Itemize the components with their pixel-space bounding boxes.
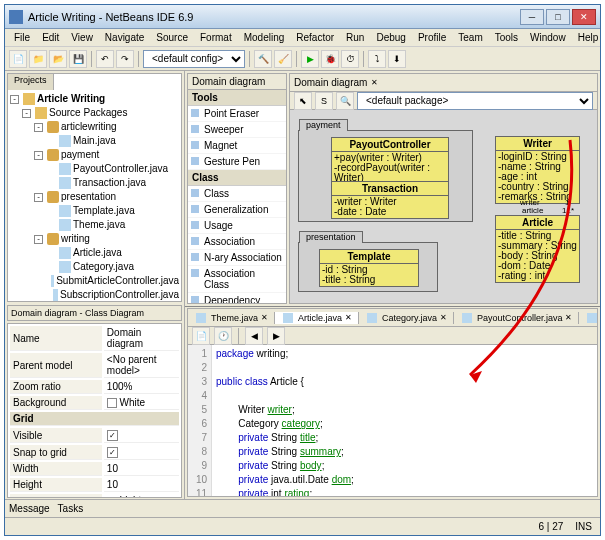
- profile-button[interactable]: ⏱: [341, 50, 359, 68]
- config-combo[interactable]: <default config>: [143, 50, 245, 68]
- palette-sweeper[interactable]: Sweeper: [188, 122, 286, 138]
- palette-dependency[interactable]: Dependency: [188, 293, 286, 304]
- tree-node-category-java[interactable]: Category.java: [10, 260, 179, 274]
- editor-tab-category-java[interactable]: Category.java ✕: [359, 312, 454, 324]
- palette-n-ary-association[interactable]: N-ary Association: [188, 250, 286, 266]
- editor-body[interactable]: 12345678910111213 package writing; publi…: [188, 345, 597, 496]
- editor-tab-theme-java[interactable]: Theme.java ✕: [188, 312, 275, 324]
- tree-node-subscriptioncontroller-java[interactable]: SubscriptionController.java: [10, 288, 179, 302]
- uml-class-payoutcontroller[interactable]: PayoutController +pay(writer : Writer)-r…: [331, 137, 449, 185]
- prop-row-name[interactable]: NameDomain diagram: [10, 326, 179, 351]
- tree-node-writing[interactable]: -writing: [10, 232, 179, 246]
- diagram-selector[interactable]: Domain diagram - Class Diagram: [7, 305, 182, 321]
- menu-window[interactable]: Window: [525, 31, 571, 44]
- tree-node-payment[interactable]: -payment: [10, 148, 179, 162]
- menu-run[interactable]: Run: [341, 31, 369, 44]
- menu-edit[interactable]: Edit: [37, 31, 64, 44]
- tab-close-icon[interactable]: ✕: [565, 313, 572, 322]
- prop-row-visible[interactable]: Visible✓: [10, 428, 179, 443]
- prop-row-width[interactable]: Width10: [10, 462, 179, 476]
- tasks-tab[interactable]: Tasks: [58, 503, 84, 514]
- package-selector[interactable]: <default package>: [357, 92, 593, 110]
- menu-team[interactable]: Team: [453, 31, 487, 44]
- new-file-button[interactable]: 📄: [9, 50, 27, 68]
- editor-tab-article-java[interactable]: Article.java ✕: [275, 312, 359, 324]
- menu-tools[interactable]: Tools: [490, 31, 523, 44]
- uml-class-writer[interactable]: Writer -loginID : String-name : String-a…: [495, 136, 580, 204]
- menu-debug[interactable]: Debug: [371, 31, 410, 44]
- palette-association-class[interactable]: Association Class: [188, 266, 286, 293]
- tab-close-icon[interactable]: ✕: [261, 313, 268, 322]
- uml-class-template[interactable]: Template -id : String-title : String: [319, 249, 419, 287]
- uml-package-presentation[interactable]: presentation Template -id : String-title…: [298, 242, 438, 292]
- diagram-zoom-button[interactable]: 🔍: [336, 92, 354, 110]
- palette-class[interactable]: Class: [188, 186, 286, 202]
- new-project-button[interactable]: 📁: [29, 50, 47, 68]
- tree-node-submitarticlecontroller-java[interactable]: SubmitArticleController.java: [10, 274, 179, 288]
- editor-source-button[interactable]: 📄: [192, 327, 210, 345]
- tree-node-payoutcontroller-java[interactable]: PayoutController.java: [10, 162, 179, 176]
- save-all-button[interactable]: 💾: [69, 50, 87, 68]
- diagram-canvas[interactable]: Domain diagram ✕ ⬉ S 🔍 <default package>…: [289, 73, 598, 304]
- palette-gesture-pen[interactable]: Gesture Pen: [188, 154, 286, 170]
- tab-close-icon[interactable]: ✕: [440, 313, 447, 322]
- palette-magnet[interactable]: Magnet: [188, 138, 286, 154]
- menu-source[interactable]: Source: [151, 31, 193, 44]
- build-button[interactable]: 🔨: [254, 50, 272, 68]
- diagram-cursor-button[interactable]: ⬉: [294, 92, 312, 110]
- redo-button[interactable]: ↷: [116, 50, 134, 68]
- tree-node-template-java[interactable]: Template.java: [10, 204, 179, 218]
- uml-class-article[interactable]: Article -title : String-summary : String…: [495, 215, 580, 283]
- open-button[interactable]: 📂: [49, 50, 67, 68]
- prop-row-background[interactable]: Background White: [10, 396, 179, 410]
- message-tab[interactable]: Message: [9, 503, 50, 514]
- tree-node-theme-java[interactable]: Theme.java: [10, 218, 179, 232]
- step-into-button[interactable]: ⬇: [388, 50, 406, 68]
- prop-row-grid[interactable]: Grid: [10, 412, 179, 426]
- menu-navigate[interactable]: Navigate: [100, 31, 149, 44]
- editor-forward-button[interactable]: ▶: [267, 327, 285, 345]
- tab-close-icon[interactable]: ✕: [371, 78, 378, 87]
- palette-association[interactable]: Association: [188, 234, 286, 250]
- step-over-button[interactable]: ⤵: [368, 50, 386, 68]
- editor-tab-template-java---[interactable]: Template.java... ✕: [579, 312, 597, 324]
- tree-node-presentation[interactable]: -presentation: [10, 190, 179, 204]
- palette-generalization[interactable]: Generalization: [188, 202, 286, 218]
- clean-build-button[interactable]: 🧹: [274, 50, 292, 68]
- tree-node-articlewriting[interactable]: -articlewriting: [10, 120, 179, 134]
- menu-view[interactable]: View: [66, 31, 98, 44]
- tree-node-source packages[interactable]: -Source Packages: [10, 106, 179, 120]
- menu-modeling[interactable]: Modeling: [239, 31, 290, 44]
- menu-file[interactable]: File: [9, 31, 35, 44]
- tree-node-main-java[interactable]: Main.java: [10, 134, 179, 148]
- minimize-button[interactable]: ─: [520, 9, 544, 25]
- palette-tools-section[interactable]: Tools: [188, 90, 286, 106]
- palette-usage[interactable]: Usage: [188, 218, 286, 234]
- domain-diagram-tab[interactable]: Domain diagram: [192, 76, 265, 87]
- uml-class-transaction[interactable]: Transaction -writer : Writer-date : Date: [331, 181, 449, 219]
- tree-node-article-java[interactable]: Article.java: [10, 246, 179, 260]
- palette-class-section[interactable]: Class: [188, 170, 286, 186]
- project-tree[interactable]: -Article Writing-Source Packages-article…: [8, 90, 181, 302]
- diagram-tab[interactable]: Domain diagram: [294, 77, 367, 88]
- debug-button[interactable]: 🐞: [321, 50, 339, 68]
- menu-profile[interactable]: Profile: [413, 31, 451, 44]
- run-button[interactable]: ▶: [301, 50, 319, 68]
- maximize-button[interactable]: □: [546, 9, 570, 25]
- menu-format[interactable]: Format: [195, 31, 237, 44]
- prop-row-parentmodel[interactable]: Parent model<No parent model>: [10, 353, 179, 378]
- editor-tab-payoutcontroller-java[interactable]: PayoutController.java ✕: [454, 312, 580, 324]
- projects-tab[interactable]: Projects: [8, 74, 54, 90]
- prop-row-snaptogrid[interactable]: Snap to grid✓: [10, 445, 179, 460]
- close-button[interactable]: ✕: [572, 9, 596, 25]
- undo-button[interactable]: ↶: [96, 50, 114, 68]
- palette-point-eraser[interactable]: Point Eraser: [188, 106, 286, 122]
- menu-refactor[interactable]: Refactor: [291, 31, 339, 44]
- project-root[interactable]: -Article Writing: [10, 92, 179, 106]
- menu-help[interactable]: Help: [573, 31, 604, 44]
- editor-back-button[interactable]: ◀: [245, 327, 263, 345]
- editor-history-button[interactable]: 🕐: [214, 327, 232, 345]
- uml-package-payment[interactable]: payment PayoutController +pay(writer : W…: [298, 130, 473, 222]
- tab-close-icon[interactable]: ✕: [345, 313, 352, 322]
- prop-row-zoomratio[interactable]: Zoom ratio100%: [10, 380, 179, 394]
